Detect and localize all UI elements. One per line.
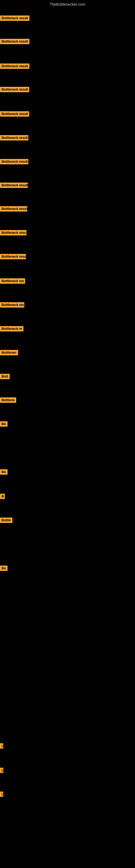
bottleneck-badge-6[interactable]: Bottleneck result	[0, 135, 28, 141]
bottleneck-badge-row-19[interactable]: Bo	[0, 469, 8, 476]
bottleneck-badge-row-8[interactable]: Bottleneck result	[0, 183, 28, 189]
bottleneck-badge-row-13[interactable]: Bottleneck res	[0, 302, 24, 309]
bottleneck-badge-17[interactable]: Bottlene	[0, 397, 16, 403]
bottleneck-badge-14[interactable]: Bottleneck re	[0, 326, 24, 332]
bottleneck-badge-row-25[interactable]: |	[0, 792, 3, 798]
site-title: TheBottlenecker.com	[0, 0, 135, 9]
bottleneck-badge-1[interactable]: Bottleneck result	[0, 16, 30, 21]
bottleneck-badge-row-5[interactable]: Bottleneck result	[0, 111, 29, 118]
bottleneck-badge-row-9[interactable]: Bottleneck result	[0, 206, 27, 213]
bottleneck-badge-row-17[interactable]: Bottlene	[0, 397, 16, 404]
bottleneck-badge-23[interactable]: |	[0, 743, 3, 749]
bottleneck-badge-8[interactable]: Bottleneck result	[0, 183, 28, 188]
bottleneck-badge-21[interactable]: Bottle	[0, 518, 12, 523]
bottleneck-badge-3[interactable]: Bottleneck result	[0, 63, 30, 69]
bottleneck-badge-4[interactable]: Bottleneck result	[0, 87, 29, 92]
bottleneck-badge-row-2[interactable]: Bottleneck result	[0, 39, 30, 45]
bottleneck-badge-25[interactable]: |	[0, 792, 3, 797]
bottleneck-badge-row-4[interactable]: Bottleneck result	[0, 87, 29, 93]
bottleneck-badge-22[interactable]: Bo	[0, 565, 8, 571]
bottleneck-badge-15[interactable]: Bottlenec	[0, 350, 18, 355]
bottleneck-badge-row-11[interactable]: Bottleneck resu	[0, 254, 26, 260]
bottleneck-badge-19[interactable]: Bo	[0, 469, 8, 475]
bottleneck-badge-row-24[interactable]: |	[0, 768, 3, 774]
bottleneck-badge-11[interactable]: Bottleneck resu	[0, 254, 26, 259]
bottleneck-badge-row-16[interactable]: Bott	[0, 374, 10, 380]
bottleneck-badge-row-14[interactable]: Bottleneck re	[0, 326, 24, 333]
bottleneck-badge-row-12[interactable]: Bottleneck res	[0, 278, 25, 285]
bottleneck-badge-18[interactable]: Bo	[0, 421, 8, 427]
bottleneck-badge-9[interactable]: Bottleneck result	[0, 206, 27, 212]
bottleneck-badge-row-10[interactable]: Bottleneck resu	[0, 230, 27, 237]
bottleneck-badge-10[interactable]: Bottleneck resu	[0, 230, 27, 236]
bottleneck-badge-row-7[interactable]: Bottleneck result	[0, 159, 28, 165]
bottleneck-badge-row-3[interactable]: Bottleneck result	[0, 63, 30, 70]
bottleneck-badge-row-15[interactable]: Bottlenec	[0, 350, 18, 356]
bottleneck-badge-row-22[interactable]: Bo	[0, 565, 8, 572]
bottleneck-badge-row-18[interactable]: Bo	[0, 421, 8, 428]
bottleneck-badge-row-1[interactable]: Bottleneck result	[0, 16, 30, 22]
bottleneck-badge-row-21[interactable]: Bottle	[0, 518, 12, 524]
bottleneck-badge-7[interactable]: Bottleneck result	[0, 159, 28, 164]
bottleneck-badge-20[interactable]: B	[0, 494, 5, 499]
bottleneck-badge-5[interactable]: Bottleneck result	[0, 111, 29, 117]
bottleneck-badge-13[interactable]: Bottleneck res	[0, 302, 24, 308]
bottleneck-badge-16[interactable]: Bott	[0, 374, 10, 379]
bottleneck-badge-row-20[interactable]: B	[0, 494, 5, 500]
bottleneck-badge-12[interactable]: Bottleneck res	[0, 278, 25, 284]
bottleneck-badge-row-23[interactable]: |	[0, 743, 3, 750]
bottleneck-badge-24[interactable]: |	[0, 768, 3, 773]
bottleneck-badge-row-6[interactable]: Bottleneck result	[0, 135, 28, 142]
bottleneck-badge-2[interactable]: Bottleneck result	[0, 39, 30, 44]
